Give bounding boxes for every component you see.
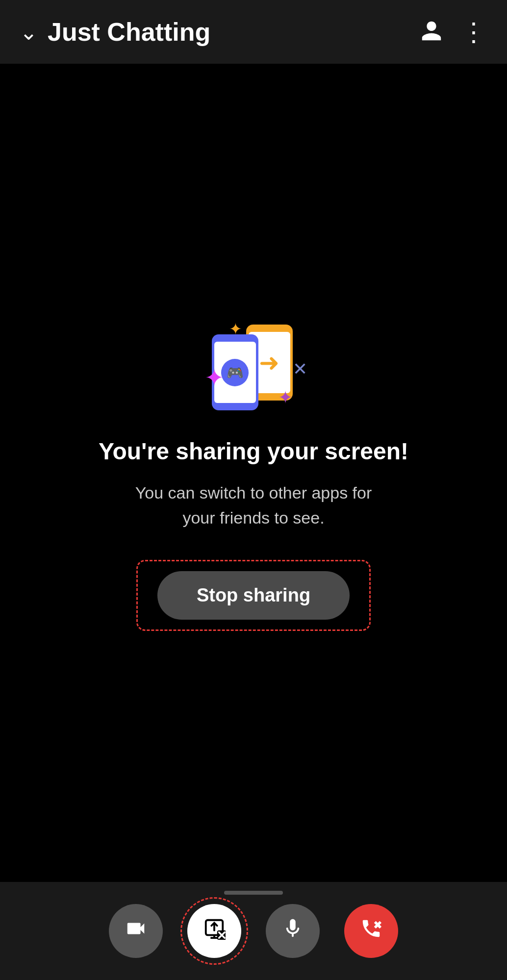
main-content: ✦ ✦ ✕ ✦ ➜ 🎮 You're sharing your screen! … <box>0 64 507 882</box>
person-icon[interactable] <box>420 19 443 45</box>
stop-sharing-button[interactable]: Stop sharing <box>157 571 350 620</box>
app-header: ⌄ Just Chatting ⋮ <box>0 0 507 64</box>
channel-title: Just Chatting <box>48 17 210 47</box>
sparkle-pink-bottom-icon: ✦ <box>278 387 293 408</box>
sharing-title: You're sharing your screen! <box>99 437 408 466</box>
sparkle-pink-left-icon: ✦ <box>204 364 224 391</box>
more-options-icon[interactable]: ⋮ <box>461 19 487 45</box>
sharing-subtitle: You can switch to other apps for your fr… <box>131 480 376 530</box>
end-call-icon <box>360 917 382 945</box>
camera-icon <box>125 917 147 945</box>
stop-sharing-wrapper: Stop sharing <box>136 560 371 631</box>
sparkle-blue-icon: ✕ <box>293 359 307 379</box>
screen-share-icon <box>203 917 226 945</box>
microphone-icon <box>281 917 304 945</box>
sparkle-orange-icon: ✦ <box>229 320 242 338</box>
header-left: ⌄ Just Chatting <box>20 17 210 47</box>
camera-button[interactable] <box>109 904 163 958</box>
end-call-button[interactable] <box>344 904 398 958</box>
header-right: ⋮ <box>420 19 487 45</box>
svg-text:➜: ➜ <box>259 349 279 377</box>
screen-share-illustration: ✦ ✦ ✕ ✦ ➜ 🎮 <box>200 315 307 413</box>
svg-text:🎮: 🎮 <box>227 365 244 381</box>
microphone-button[interactable] <box>266 904 320 958</box>
screen-share-button[interactable] <box>187 904 241 958</box>
chevron-down-icon[interactable]: ⌄ <box>20 20 38 45</box>
bottom-bar <box>0 882 507 980</box>
